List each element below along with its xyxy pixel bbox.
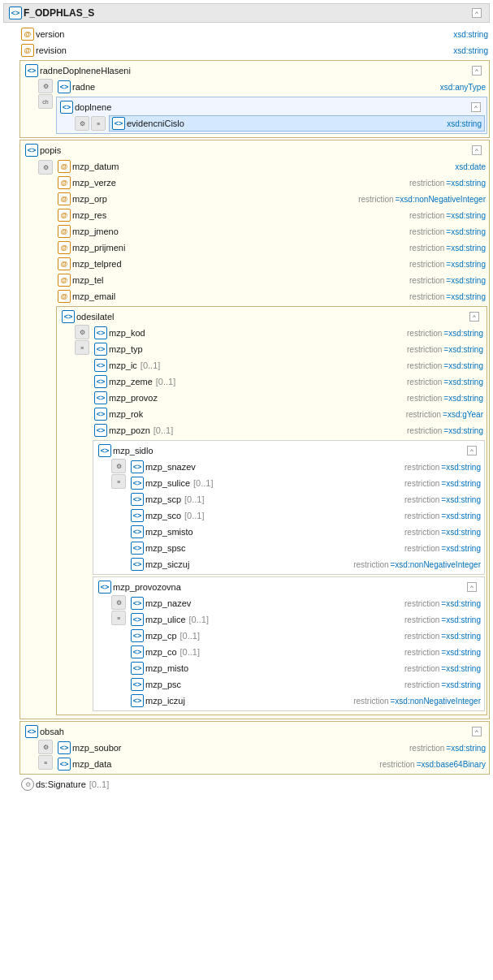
radne-element[interactable]: <> radne xsd:anyType xyxy=(56,79,487,95)
mzp-ulice[interactable]: <> mzp_ulice [0..1] restriction =xsd:str… xyxy=(129,611,482,628)
obsah-toolbar-1: ⚙ xyxy=(38,740,53,754)
radne-doplnene-hlaseni-container: <> radneDoplneneHlaseni ^ ⚙ ch <> radne xyxy=(19,60,490,138)
odesilatel-collapse-btn[interactable]: ^ xyxy=(469,312,479,322)
mzp-email[interactable]: @ mzp_email restriction =xsd:string xyxy=(56,288,487,304)
mzp-telpred[interactable]: @ mzp_telpred restriction =xsd:string xyxy=(56,256,487,272)
mzp-kod[interactable]: <> mzp_kod restriction =xsd:string xyxy=(93,325,485,341)
mzp-provoz[interactable]: <> mzp_provoz restriction =xsd:string xyxy=(93,390,485,406)
root-name: F_ODPHLAS_S xyxy=(24,7,472,19)
mzp-snazev[interactable]: <> mzp_snazev restriction =xsd:string xyxy=(129,459,482,475)
mzp-res[interactable]: @ mzp_res restriction =xsd:string xyxy=(56,207,487,223)
mzp-rok[interactable]: <> mzp_rok restriction =xsd:gYear xyxy=(93,406,485,422)
popis-header[interactable]: <> popis ^ xyxy=(22,142,487,158)
mzp-smisto[interactable]: <> mzp_smisto restriction =xsd:string xyxy=(129,524,482,540)
mzp-zeme[interactable]: <> mzp_zeme [0..1] restriction =xsd:stri… xyxy=(93,373,485,390)
mzp-spsc-restriction: restriction xyxy=(404,544,439,553)
evidencni-el-name: evidencniCislo xyxy=(127,119,184,128)
mzp-data-name: mzp_data xyxy=(72,759,111,769)
mzp-orp[interactable]: @ mzp_orp restriction =xsd:nonNegativeIn… xyxy=(56,191,487,207)
mzp-cp[interactable]: <> mzp_cp [0..1] restriction =xsd:string xyxy=(129,628,482,644)
mzp-psc[interactable]: <> mzp_psc restriction =xsd:string xyxy=(129,676,482,693)
odesilatel-header[interactable]: <> odesilatel ^ xyxy=(58,309,485,325)
doplnene-header[interactable]: <> doplnene ^ xyxy=(58,99,485,115)
mzp-psc-icon: <> xyxy=(131,678,144,691)
obsah-collapse-btn[interactable]: ^ xyxy=(472,727,482,736)
mzp-nazev[interactable]: <> mzp_nazev restriction =xsd:string xyxy=(129,595,482,611)
mzp-co[interactable]: <> mzp_co [0..1] restriction =xsd:string xyxy=(129,644,482,660)
mzp-sidlo-icon: <> xyxy=(98,444,111,457)
mzp-orp-restriction: restriction xyxy=(358,195,393,204)
mzp-jmeno-type: =xsd:string xyxy=(446,227,486,236)
evidencni-cislo[interactable]: <> evidencniCislo xsd:string xyxy=(109,115,485,132)
mzp-misto[interactable]: <> mzp_misto restriction =xsd:string xyxy=(129,660,482,676)
obsah-container: <> obsah ^ ⚙ ≡ <> mzp_soubor xyxy=(19,721,490,775)
mzp-siczuj-name: mzp_siczuj xyxy=(145,559,189,569)
mzp-sulice-type: =xsd:string xyxy=(441,479,481,488)
mzp-pozn[interactable]: <> mzp_pozn [0..1] restriction =xsd:stri… xyxy=(93,422,485,438)
popis-name: popis xyxy=(40,145,61,155)
attr-version[interactable]: @ version xsd:string xyxy=(19,26,490,42)
mzp-siczuj[interactable]: <> mzp_siczuj restriction =xsd:nonNegati… xyxy=(129,556,482,572)
mzp-scp[interactable]: <> mzp_scp [0..1] restriction =xsd:strin… xyxy=(129,491,482,507)
mzp-pozn-type: =xsd:string xyxy=(443,426,483,435)
mzp-pozn-occ: [0..1] xyxy=(154,425,173,435)
mzp-tel[interactable]: @ mzp_tel restriction =xsd:string xyxy=(56,272,487,288)
mzp-soubor-name: mzp_soubor xyxy=(72,743,122,753)
mzp-ulice-occ: [0..1] xyxy=(189,615,209,624)
mzp-sulice-icon: <> xyxy=(131,477,144,490)
doplnene-collapse-btn[interactable]: ^ xyxy=(471,102,481,112)
mzp-spsc[interactable]: <> mzp_spsc restriction =xsd:string xyxy=(129,540,482,556)
mzp-zeme-occ: [0..1] xyxy=(156,377,175,386)
mzp-datum[interactable]: @ mzp_datum xsd:date xyxy=(56,158,487,175)
mzp-provoz-name: mzp_provoz xyxy=(109,393,158,403)
mzp-prijmeni-icon: @ xyxy=(58,241,71,254)
sidlo-toolbar-2: ≡ xyxy=(111,474,126,489)
mzp-verze-icon: @ xyxy=(58,176,71,189)
mzp-sulice-occ: [0..1] xyxy=(193,478,213,488)
mzp-nazev-name: mzp_nazev xyxy=(145,598,191,608)
mzp-telpred-type: =xsd:string xyxy=(446,260,486,269)
ds-signature[interactable]: ⚙ ds:Signature [0..1] xyxy=(19,776,490,792)
doplnene-name: doplnene xyxy=(75,102,111,112)
mzp-data[interactable]: <> mzp_data restriction =xsd:base64Binar… xyxy=(56,756,487,772)
mzp-soubor-type: =xsd:string xyxy=(446,744,486,753)
mzp-sidlo-name: mzp_sidlo xyxy=(113,446,154,455)
mzp-sidlo-collapse-btn[interactable]: ^ xyxy=(467,446,477,455)
mzp-jmeno[interactable]: @ mzp_jmeno restriction =xsd:string xyxy=(56,223,487,240)
mzp-sulice[interactable]: <> mzp_sulice [0..1] restriction =xsd:st… xyxy=(129,475,482,491)
mzp-sulice-restriction: restriction xyxy=(404,479,439,488)
root-collapse-btn[interactable]: ^ xyxy=(472,8,482,18)
mzp-sco[interactable]: <> mzp_sco [0..1] restriction =xsd:strin… xyxy=(129,507,482,524)
mzp-orp-type: =xsd:nonNegativeInteger xyxy=(396,195,486,204)
popis-collapse-btn[interactable]: ^ xyxy=(472,145,482,155)
radne-el-type: xsd:anyType xyxy=(440,83,486,92)
root-element-icon: <> xyxy=(9,6,22,19)
mzp-co-icon: <> xyxy=(131,645,144,658)
mzp-ic[interactable]: <> mzp_ic [0..1] restriction =xsd:string xyxy=(93,357,485,373)
mzp-sulice-name: mzp_sulice xyxy=(145,478,190,488)
attr-revision-name: revision xyxy=(36,45,67,55)
mzp-scp-occ: [0..1] xyxy=(184,494,204,504)
mzp-sidlo-container: <> mzp_sidlo ^ xyxy=(93,440,485,575)
mzp-provoz-icon: <> xyxy=(94,391,107,404)
mzp-email-name: mzp_email xyxy=(72,291,115,301)
mzp-provozovna-collapse-btn[interactable]: ^ xyxy=(467,582,477,592)
mzp-kod-type: =xsd:string xyxy=(443,329,483,338)
mzp-spsc-type: =xsd:string xyxy=(441,544,481,553)
mzp-smisto-type: =xsd:string xyxy=(441,528,481,537)
mzp-provozovna-header[interactable]: <> mzp_provozovna ^ xyxy=(95,579,482,595)
mzp-sidlo-header[interactable]: <> mzp_sidlo ^ xyxy=(95,443,482,459)
mzp-psc-type: =xsd:string xyxy=(441,680,481,689)
root-node[interactable]: <> F_ODPHLAS_S ^ xyxy=(3,3,490,23)
mzp-scp-restriction: restriction xyxy=(404,495,439,504)
mzp-soubor[interactable]: <> mzp_soubor restriction =xsd:string xyxy=(56,740,487,756)
radne-collapse-btn[interactable]: ^ xyxy=(472,66,482,76)
mzp-verze[interactable]: @ mzp_verze restriction =xsd:string xyxy=(56,175,487,191)
attr-revision[interactable]: @ revision xsd:string xyxy=(19,42,490,58)
obsah-header[interactable]: <> obsah ^ xyxy=(22,723,487,740)
mzp-iczuj[interactable]: <> mzp_iczuj restriction =xsd:nonNegativ… xyxy=(129,693,482,709)
mzp-typ[interactable]: <> mzp_typ restriction =xsd:string xyxy=(93,341,485,357)
mzp-smisto-icon: <> xyxy=(131,525,144,538)
radne-doplnene-hlaseni-header[interactable]: <> radneDoplneneHlaseni ^ xyxy=(22,63,487,79)
mzp-prijmeni[interactable]: @ mzp_prijmeni restriction =xsd:string xyxy=(56,240,487,256)
